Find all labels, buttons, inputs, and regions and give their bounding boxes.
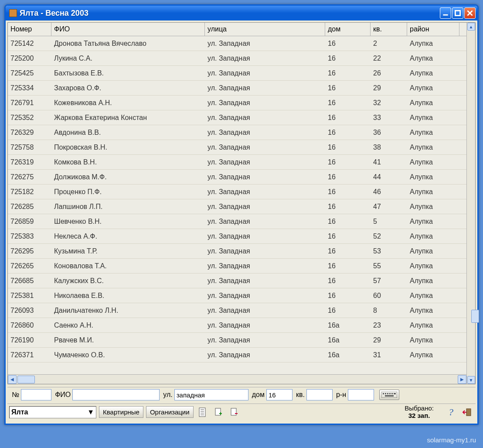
- scroll-right-button[interactable]: ▶: [458, 375, 466, 384]
- table-row[interactable]: 725383Неклеса А.Ф.ул. Западная1652Алупка: [8, 229, 466, 244]
- filter-num-input[interactable]: [21, 389, 51, 400]
- table-row[interactable]: 726329Авдонина В.В.ул. Западная1636Алупк…: [8, 125, 466, 140]
- svg-rect-16: [231, 408, 236, 415]
- table-row[interactable]: 726859Шевченко В.Н.ул. Западная165Алупка: [8, 214, 466, 229]
- table-row[interactable]: 725425Бахтызова Е.В.ул. Западная1626Алуп…: [8, 66, 466, 81]
- filter-house-input[interactable]: [266, 389, 293, 400]
- cell-street: ул. Западная: [205, 126, 325, 139]
- cell-house: 16а: [325, 349, 371, 362]
- cell-number: 725334: [8, 82, 51, 95]
- table-row[interactable]: 726860Саенко А.Н.ул. Западная16а23Алупка: [8, 318, 466, 333]
- cell-number: 725182: [8, 185, 51, 198]
- filter-apt-input[interactable]: [306, 389, 333, 400]
- filter-district-input[interactable]: [348, 389, 374, 400]
- table-row[interactable]: 725200Лукина С.А.ул. Западная1622Алупка: [8, 51, 466, 66]
- col-number[interactable]: Номер: [8, 23, 51, 36]
- scroll-up-button[interactable]: ▲: [467, 23, 475, 31]
- document-icon[interactable]: [196, 406, 209, 419]
- add-record-icon[interactable]: [212, 406, 225, 419]
- cell-house: 16: [325, 96, 371, 109]
- cell-street: ул. Западная: [205, 215, 325, 228]
- cell-fio: Должикова М.Ф.: [51, 171, 205, 184]
- svg-rect-4: [385, 393, 386, 394]
- cell-house: 16а: [325, 334, 371, 347]
- cell-number: 725352: [8, 111, 51, 124]
- table-row[interactable]: 726285Лапшинов Л.П.ул. Западная1647Алупк…: [8, 199, 466, 214]
- cell-house: 16: [325, 111, 371, 124]
- cell-house: 16: [325, 289, 371, 302]
- svg-rect-7: [391, 393, 393, 394]
- filter-fio-label: ФИО: [55, 391, 71, 399]
- minimize-button[interactable]: [440, 7, 451, 19]
- table-row[interactable]: 725352Жаркова Екатерина Констанул. Запад…: [8, 110, 466, 125]
- cell-house: 16: [325, 304, 371, 317]
- hscroll-thumb[interactable]: [17, 376, 35, 383]
- hscroll-track[interactable]: [17, 376, 43, 383]
- cell-house: 16: [325, 215, 371, 228]
- vscroll-thumb[interactable]: [471, 310, 479, 323]
- titlebar[interactable]: Ялта - Весна 2003: [6, 6, 477, 21]
- horizontal-scrollbar[interactable]: ◀ ▶: [8, 374, 466, 384]
- scroll-down-button[interactable]: ▼: [467, 376, 475, 384]
- cell-fio: Проценко П.Ф.: [51, 185, 205, 198]
- cell-apt: 33: [371, 111, 407, 124]
- cell-street: ул. Западная: [205, 245, 325, 258]
- table-row[interactable]: 726295Кузьмина Т.Р.ул. Западная1653Алупк…: [8, 244, 466, 259]
- cell-number: 725758: [8, 141, 51, 154]
- cell-street: ул. Западная: [205, 289, 325, 302]
- table-row[interactable]: 726190Рвачев М.И.ул. Западная16а29Алупка: [8, 333, 466, 348]
- cell-apt: 55: [371, 260, 407, 273]
- cell-apt: 38: [371, 141, 407, 154]
- table-row[interactable]: 725758Покровская В.Н.ул. Западная1638Алу…: [8, 140, 466, 155]
- cell-fio: Калужских В.С.: [51, 274, 205, 287]
- table-row[interactable]: 726791Кожевникова А.Н.ул. Западная1632Ал…: [8, 96, 466, 110]
- filter-street-input[interactable]: [174, 389, 248, 400]
- cell-house: 16: [325, 230, 371, 243]
- cell-apt: 52: [371, 230, 407, 243]
- cell-house: 16: [325, 141, 371, 154]
- svg-rect-1: [455, 10, 460, 15]
- filter-fio-input[interactable]: [72, 389, 160, 400]
- cell-fio: Неклеса А.Ф.: [51, 230, 205, 243]
- maximize-button[interactable]: [452, 7, 463, 19]
- cell-number: 725142: [8, 37, 51, 50]
- table-row[interactable]: 726319Комкова В.Н.ул. Западная1641Алупка: [8, 155, 466, 170]
- cell-apt: 60: [371, 289, 407, 302]
- cell-apt: 23: [371, 319, 407, 332]
- table-row[interactable]: 725182Проценко П.Ф.ул. Западная1646Алупк…: [8, 185, 466, 199]
- cell-fio: Николаева Е.В.: [51, 289, 205, 302]
- cell-street: ул. Западная: [205, 230, 325, 243]
- table-row[interactable]: 725381Николаева Е.В.ул. Западная1660Алуп…: [8, 288, 466, 303]
- table-row[interactable]: 725334Захарова О.Ф.ул. Западная1629Алупк…: [8, 81, 466, 96]
- scroll-left-button[interactable]: ◀: [8, 375, 17, 384]
- close-button[interactable]: [464, 7, 476, 19]
- city-select[interactable]: Ялта ▼: [9, 406, 96, 418]
- cell-apt: 31: [371, 349, 407, 362]
- delete-record-icon[interactable]: [228, 406, 241, 419]
- table-row[interactable]: 726371Чумаченко О.В.ул. Западная16а31Алу…: [8, 348, 466, 363]
- cell-fio: Покровская В.Н.: [51, 141, 205, 154]
- vertical-scrollbar[interactable]: ▲ ▼: [466, 23, 475, 384]
- cell-street: ул. Западная: [205, 334, 325, 347]
- cell-fio: Кузьмина Т.Р.: [51, 245, 205, 258]
- residential-button[interactable]: Квартирные: [99, 406, 143, 418]
- table-row[interactable]: 725142Дронова Татьяна Вячеславоул. Запад…: [8, 36, 466, 51]
- cell-apt: 53: [371, 245, 407, 258]
- col-district[interactable]: район: [407, 23, 459, 36]
- table-row[interactable]: 726275Должикова М.Ф.ул. Западная1644Алуп…: [8, 170, 466, 185]
- cell-district: Алупка: [407, 52, 459, 65]
- table-row[interactable]: 726093Данильчатенко Л.Н.ул. Западная168А…: [8, 303, 466, 318]
- svg-rect-3: [383, 393, 384, 394]
- cell-house: 16: [325, 171, 371, 184]
- col-apt[interactable]: кв.: [371, 23, 407, 36]
- table-row[interactable]: 726685Калужских В.С.ул. Западная1657Алуп…: [8, 274, 466, 288]
- keyboard-icon[interactable]: [379, 390, 399, 400]
- organizations-button[interactable]: Организации: [146, 406, 194, 418]
- help-icon[interactable]: ?: [445, 406, 458, 419]
- table-row[interactable]: 726265Коновалова Т.А.ул. Западная1655Алу…: [8, 259, 466, 274]
- cell-house: 16: [325, 126, 371, 139]
- col-street[interactable]: улица: [205, 23, 325, 36]
- exit-icon[interactable]: [461, 406, 474, 419]
- col-fio[interactable]: ФИО: [51, 23, 205, 36]
- col-house[interactable]: дом: [325, 23, 371, 36]
